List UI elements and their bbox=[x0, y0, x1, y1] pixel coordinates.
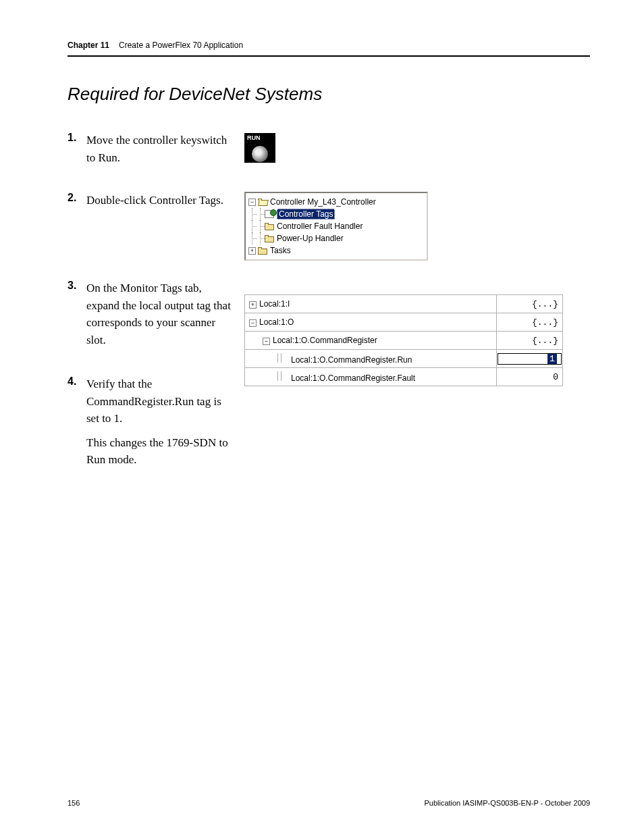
publication-info: Publication IASIMP-QS003B-EN-P - October… bbox=[424, 799, 590, 807]
tags-icon bbox=[265, 210, 274, 218]
tree-connector-icon bbox=[257, 232, 265, 244]
page-number: 156 bbox=[68, 799, 80, 807]
collapse-icon[interactable]: − bbox=[248, 199, 256, 206]
tree-item-powerup-handler[interactable]: Power-Up Handler bbox=[248, 232, 424, 244]
chapter-label: Chapter 11 bbox=[68, 41, 109, 50]
table-row[interactable]: Local:1:O.CommandRegister.Run 1 bbox=[245, 350, 563, 368]
step-body: Move the controller keyswitch to Run. bbox=[86, 132, 236, 173]
step-body: Verify that the CommandRegister.Run tag … bbox=[86, 375, 236, 475]
folder-icon bbox=[265, 223, 274, 230]
expand-icon[interactable]: + bbox=[249, 301, 257, 309]
step-number: 4. bbox=[68, 375, 86, 475]
tag-name: Local:1:O.CommandRegister.Fault bbox=[291, 373, 415, 383]
step-number: 2. bbox=[68, 192, 86, 216]
tree-item-label: Controller Fault Handler bbox=[277, 221, 363, 231]
chapter-title: Create a PowerFlex 70 Application bbox=[119, 41, 243, 50]
run-keyswitch-icon bbox=[244, 132, 275, 165]
tree-root-label: Controller My_L43_Controller bbox=[270, 197, 376, 207]
tree-item-controller-tags[interactable]: Controller Tags bbox=[248, 208, 424, 220]
collapse-icon[interactable]: − bbox=[249, 319, 257, 327]
step-1: 1. Move the controller keyswitch to Run. bbox=[68, 132, 590, 173]
tree-item-label: Power-Up Handler bbox=[277, 234, 344, 243]
expand-icon[interactable]: + bbox=[248, 247, 256, 255]
page-footer: 156 Publication IASIMP-QS003B-EN-P - Oct… bbox=[68, 799, 590, 807]
step-3-4-block: 3. On the Monitor Tags tab, expand the l… bbox=[68, 280, 590, 475]
step-number: 1. bbox=[68, 132, 86, 173]
step-2: 2. Double-click Controller Tags. − Contr… bbox=[68, 192, 590, 261]
tree-connector-icon bbox=[248, 208, 257, 220]
tag-value: {...} bbox=[496, 332, 562, 350]
tree-connector-icon bbox=[248, 220, 257, 232]
table-row[interactable]: −Local:1:O.CommandRegister {...} bbox=[245, 332, 563, 350]
tag-name: Local:1:O.CommandRegister.Run bbox=[291, 355, 412, 365]
tree-connector-icon bbox=[277, 353, 291, 363]
tag-name: Local:1:I bbox=[259, 299, 290, 309]
folder-icon bbox=[258, 247, 267, 255]
tag-name: Local:1:O.CommandRegister bbox=[273, 336, 377, 345]
step-number: 3. bbox=[68, 280, 86, 355]
tree-root-row[interactable]: − Controller My_L43_Controller bbox=[248, 196, 424, 208]
step-body: On the Monitor Tags tab, expand the loca… bbox=[86, 280, 236, 355]
folder-open-icon bbox=[258, 199, 267, 206]
monitor-tags-table: +Local:1:I {...} −Local:1:O {...} −Local… bbox=[244, 294, 563, 386]
section-title: Required for DeviceNet Systems bbox=[68, 84, 590, 105]
table-row[interactable]: Local:1:O.CommandRegister.Fault 0 bbox=[245, 368, 563, 386]
tag-value: {...} bbox=[496, 313, 562, 332]
tree-item-fault-handler[interactable]: Controller Fault Handler bbox=[248, 220, 424, 232]
collapse-icon[interactable]: − bbox=[263, 338, 270, 345]
table-row[interactable]: −Local:1:O {...} bbox=[245, 313, 563, 332]
page-header: Chapter 11 Create a PowerFlex 70 Applica… bbox=[68, 41, 590, 57]
tree-item-label: Controller Tags bbox=[277, 209, 335, 219]
tree-item-tasks[interactable]: + Tasks bbox=[248, 244, 424, 257]
folder-icon bbox=[265, 235, 274, 242]
tree-item-label: Tasks bbox=[270, 246, 291, 255]
tree-connector-icon bbox=[277, 371, 291, 381]
tree-connector-icon bbox=[257, 220, 265, 232]
run-icon bbox=[244, 133, 275, 163]
tag-value: 0 bbox=[496, 368, 562, 386]
table-row[interactable]: +Local:1:I {...} bbox=[245, 295, 563, 313]
tag-value: {...} bbox=[496, 295, 562, 313]
tree-connector-icon bbox=[257, 208, 265, 220]
tree-connector-icon bbox=[248, 232, 257, 244]
step-body: Double-click Controller Tags. bbox=[86, 192, 223, 216]
controller-tree-panel: − Controller My_L43_Controller Controlle… bbox=[244, 192, 428, 261]
tag-name: Local:1:O bbox=[259, 317, 294, 327]
tag-value-input[interactable]: 1 bbox=[498, 353, 562, 365]
